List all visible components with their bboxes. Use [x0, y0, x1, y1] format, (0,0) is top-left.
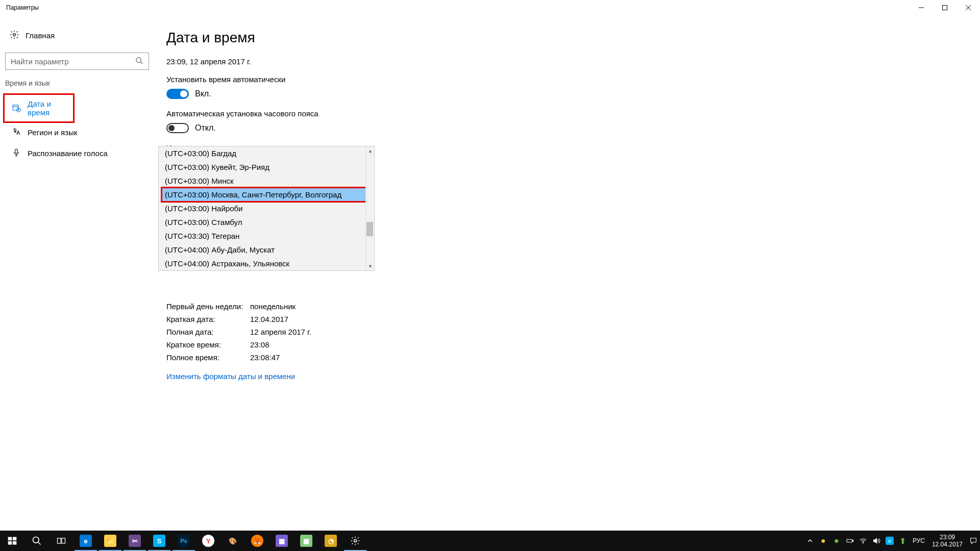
tray-clock[interactable]: 23:09 12.04.2017: [928, 534, 967, 548]
taskbar-app-settings[interactable]: [343, 531, 368, 551]
svg-point-24: [863, 542, 863, 543]
format-key: Краткая дата:: [166, 315, 250, 323]
sidebar-item-date-time[interactable]: Дата и время: [4, 94, 74, 122]
tray-battery-icon[interactable]: [843, 531, 856, 551]
svg-rect-19: [58, 538, 61, 543]
tray-notifications-icon[interactable]: [967, 531, 980, 551]
taskbar-app-snip[interactable]: ✂: [122, 531, 147, 551]
language-icon: [12, 127, 21, 138]
auto-tz-state: Откл.: [195, 123, 216, 133]
svg-rect-22: [847, 539, 852, 542]
svg-line-11: [19, 110, 20, 110]
scroll-thumb[interactable]: [366, 222, 373, 236]
auto-tz-toggle[interactable]: [166, 123, 189, 133]
titlebar: Параметры: [0, 0, 980, 15]
sidebar-item-region-language[interactable]: Регион и язык: [4, 122, 154, 143]
format-key: Краткое время:: [166, 340, 250, 349]
taskbar: e 📁 ✂ S Ps Y 🎨 🦊 ▦ ▦ ◔ ● ● e ⬆ РУС 23:09…: [0, 531, 980, 551]
taskbar-app-generic2[interactable]: ▦: [294, 531, 318, 551]
tray-icon[interactable]: ⬆: [896, 531, 910, 551]
timezone-option[interactable]: (UTC+04:00) Абу-Даби, Мускат: [159, 243, 374, 257]
svg-point-5: [136, 58, 141, 62]
system-tray: ● ● e ⬆ РУС 23:09 12.04.2017: [803, 531, 980, 551]
taskbar-app-generic1[interactable]: ▦: [270, 531, 294, 551]
sidebar-home[interactable]: Главная: [4, 26, 154, 45]
sidebar-home-label: Главная: [26, 31, 55, 40]
taskbar-app-yandex[interactable]: Y: [196, 531, 220, 551]
tray-wifi-icon[interactable]: [856, 531, 870, 551]
scroll-up-icon[interactable]: ▲: [366, 146, 375, 155]
format-row: Краткая дата: 12.04.2017: [166, 315, 980, 323]
timezone-option-selected[interactable]: (UTC+03:00) Москва, Санкт-Петербург, Вол…: [162, 188, 371, 202]
dropdown-scrollbar[interactable]: ▲ ▼: [365, 146, 374, 270]
close-button[interactable]: [957, 0, 980, 15]
sidebar-item-speech[interactable]: Распознавание голоса: [4, 143, 154, 164]
timezone-option[interactable]: (UTC+03:00) Кувейт, Эр-Рияд: [159, 160, 374, 174]
taskbar-app-paint[interactable]: 🎨: [220, 531, 245, 551]
window-controls: [910, 0, 980, 15]
svg-rect-23: [852, 540, 853, 542]
search-button[interactable]: [24, 531, 49, 551]
svg-line-6: [140, 62, 142, 64]
window-title: Параметры: [6, 4, 39, 11]
taskbar-app-explorer[interactable]: 📁: [98, 531, 122, 551]
svg-rect-12: [15, 149, 18, 153]
svg-rect-16: [13, 541, 17, 545]
current-datetime: 23:09, 12 апреля 2017 г.: [166, 57, 980, 66]
taskbar-app-skype[interactable]: S: [147, 531, 172, 551]
search-placeholder: Найти параметр: [11, 57, 135, 66]
task-view-button[interactable]: [49, 531, 74, 551]
calendar-clock-icon: [12, 103, 21, 114]
tray-date: 12.04.2017: [932, 541, 963, 548]
svg-line-18: [38, 542, 41, 545]
page-title: Дата и время: [166, 30, 980, 46]
timezone-option[interactable]: (UTC+03:00) Минск: [159, 174, 374, 188]
tray-volume-icon[interactable]: [870, 531, 883, 551]
search-input[interactable]: Найти параметр: [5, 53, 149, 70]
timezone-option[interactable]: (UTC+04:00) Астрахань, Ульяновск: [159, 257, 374, 270]
tray-icon[interactable]: ●: [817, 531, 830, 551]
taskbar-app-generic3[interactable]: ◔: [318, 531, 343, 551]
format-row: Краткое время: 23:08: [166, 340, 980, 349]
svg-rect-7: [13, 105, 18, 110]
format-value: 12.04.2017: [250, 315, 288, 323]
date-formats: Первый день недели: понедельник Краткая …: [166, 302, 980, 381]
format-row: Первый день недели: понедельник: [166, 302, 980, 311]
format-row: Полное время: 23:08:47: [166, 353, 980, 362]
timezone-option[interactable]: (UTC+03:30) Тегеран: [159, 229, 374, 243]
minimize-button[interactable]: [910, 0, 933, 15]
timezone-option[interactable]: (UTC+03:00) Найроби: [159, 202, 374, 215]
main-content: Дата и время 23:09, 12 апреля 2017 г. Ус…: [158, 15, 980, 399]
maximize-button[interactable]: [933, 0, 957, 15]
taskbar-app-photoshop[interactable]: Ps: [172, 531, 196, 551]
change-formats-link[interactable]: Изменить форматы даты и времени: [166, 372, 295, 381]
tray-icon[interactable]: ●: [830, 531, 843, 551]
timezone-option[interactable]: (UTC+03:00) Стамбул: [159, 215, 374, 229]
format-value: понедельник: [250, 302, 296, 311]
tray-language[interactable]: РУС: [910, 537, 928, 544]
svg-rect-14: [13, 537, 17, 541]
sidebar: Главная Найти параметр Время и язык Дата…: [0, 15, 158, 399]
format-key: Первый день недели:: [166, 302, 250, 311]
svg-marker-25: [874, 538, 877, 543]
start-button[interactable]: [0, 531, 24, 551]
svg-rect-1: [943, 6, 947, 10]
auto-time-label: Установить время автоматически: [166, 75, 980, 84]
auto-time-state: Вкл.: [195, 89, 211, 98]
gear-icon: [9, 30, 19, 41]
taskbar-app-firefox[interactable]: 🦊: [245, 531, 270, 551]
taskbar-app-edge[interactable]: e: [74, 531, 98, 551]
tray-overflow-icon[interactable]: [803, 531, 817, 551]
sidebar-item-label: Распознавание голоса: [28, 149, 108, 158]
format-key: Полная дата:: [166, 328, 250, 336]
svg-rect-15: [8, 541, 12, 545]
timezone-option[interactable]: (UTC+03:00) Багдад: [159, 146, 374, 160]
format-key: Полное время:: [166, 353, 250, 362]
sidebar-item-label: Регион и язык: [28, 128, 77, 137]
svg-point-21: [354, 540, 357, 542]
format-value: 12 апреля 2017 г.: [250, 328, 311, 336]
auto-time-toggle[interactable]: [166, 89, 189, 99]
timezone-dropdown[interactable]: (UTC+03:00) Багдад (UTC+03:00) Кувейт, Э…: [158, 146, 375, 271]
scroll-down-icon[interactable]: ▼: [366, 262, 375, 270]
tray-icon[interactable]: e: [883, 531, 896, 551]
